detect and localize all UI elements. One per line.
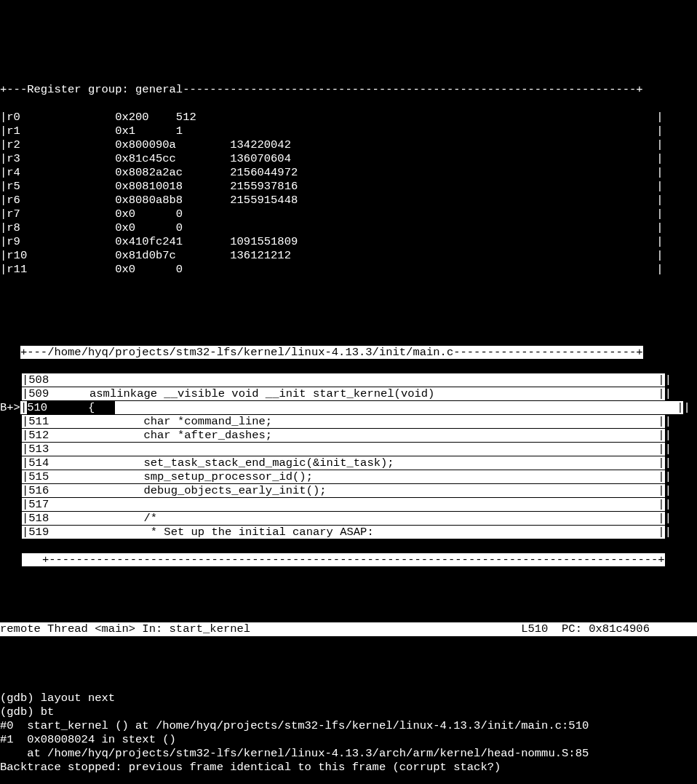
status-right: L510 PC: 0x81c4906 xyxy=(521,622,650,635)
register-row: |r9 0x410fc241 1091551809 | xyxy=(0,235,697,249)
gdb-output-line: (gdb) bt xyxy=(0,705,697,719)
register-panel: +---Register group: general-------------… xyxy=(0,69,697,290)
register-row: |r11 0x0 0 | xyxy=(0,263,697,277)
register-row: |r4 0x8082a2ac 2156044972 | xyxy=(0,166,697,180)
source-line: B+>|510 { || xyxy=(22,401,697,415)
gdb-output-line: Backtrace stopped: previous frame identi… xyxy=(0,761,697,775)
source-panel: +---/home/hyq/projects/stm32-lfs/kernel/… xyxy=(0,332,697,581)
source-bottom-border: +---------------------------------------… xyxy=(22,553,697,567)
source-line: |513 || xyxy=(22,443,697,456)
source-line: |509 asmlinkage __visible void __init st… xyxy=(22,387,697,401)
gdb-output-line: at /home/hyq/projects/stm32-lfs/kernel/l… xyxy=(0,747,697,761)
gdb-console: (gdb) layout next(gdb) bt#0 start_kernel… xyxy=(0,678,697,784)
gdb-status-line: remote Thread <main> In: start_kernel L5… xyxy=(0,622,697,636)
source-line: |508 || xyxy=(22,373,697,387)
register-row: |r3 0x81c45cc 136070604 | xyxy=(0,152,697,166)
register-row: |r2 0x800090a 134220042 | xyxy=(0,138,697,152)
register-row: |r10 0x81d0b7c 136121212 | xyxy=(0,249,697,263)
source-line: |516 debug_objects_early_init(); || xyxy=(22,484,697,498)
register-title-border: +---Register group: general-------------… xyxy=(0,83,697,97)
source-line: |518 /* || xyxy=(22,512,697,526)
source-title-border: +---/home/hyq/projects/stm32-lfs/kernel/… xyxy=(0,346,697,360)
source-line: |519 * Set up the initial canary ASAP: |… xyxy=(22,526,697,539)
source-path: /home/hyq/projects/stm32-lfs/kernel/linu… xyxy=(47,346,453,359)
breakpoint-marker: B+> xyxy=(0,401,20,414)
status-left: remote Thread <main> In: start_kernel xyxy=(0,622,250,635)
gdb-output-line: #1 0x08008024 in stext () xyxy=(0,733,697,747)
source-line: |512 char *after_dashes; || xyxy=(22,429,697,443)
register-row: |r7 0x0 0 | xyxy=(0,207,697,221)
gdb-output-line: #0 start_kernel () at /home/hyq/projects… xyxy=(0,719,697,733)
register-row: |r5 0x80810018 2155937816 | xyxy=(0,180,697,194)
register-row: |r8 0x0 0 | xyxy=(0,221,697,235)
register-row: |r6 0x8080a8b8 2155915448 | xyxy=(0,194,697,207)
source-line: |517 || xyxy=(22,498,697,512)
gdb-output-line: (gdb) layout next xyxy=(0,692,697,705)
register-row: |r0 0x200 512 | xyxy=(0,111,697,124)
source-line: |515 smp_setup_processor_id(); || xyxy=(22,470,697,484)
source-line: |514 set_task_stack_end_magic(&init_task… xyxy=(22,456,697,470)
register-title: Register group: general xyxy=(27,83,183,96)
register-row: |r1 0x1 1 | xyxy=(0,124,697,138)
source-line: |511 char *command_line; || xyxy=(22,415,697,429)
